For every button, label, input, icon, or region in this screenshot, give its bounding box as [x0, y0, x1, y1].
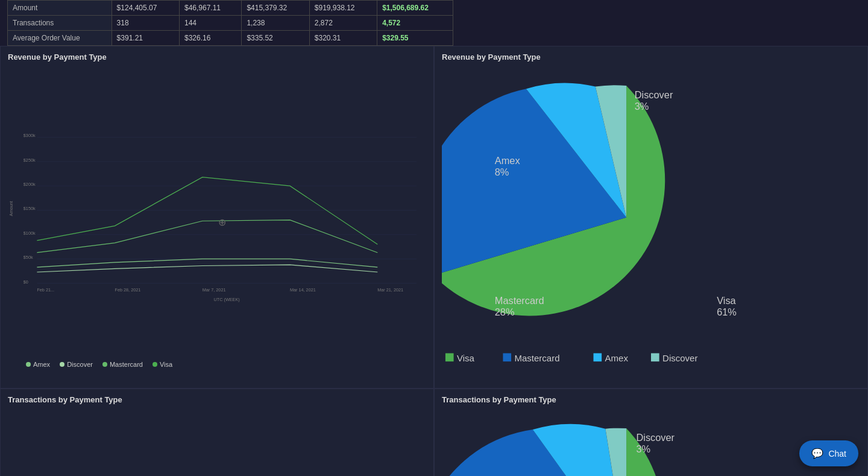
- legend-visa: Visa: [153, 361, 172, 368]
- visa-pct-label: Visa: [717, 295, 736, 306]
- amex-aov: $391.21: [112, 31, 179, 46]
- visa-transactions: 2,872: [309, 16, 377, 31]
- revenue-line-chart-area: $300k $250k $200k $150k $100k $50k $0 Am…: [8, 65, 426, 372]
- visa-aov: $320.31: [309, 31, 377, 46]
- amex-amount: $124,405.07: [112, 1, 179, 16]
- amex-legend: Amex: [605, 353, 629, 363]
- discover-pct-label: Discover: [635, 89, 673, 100]
- mastercard-pct-value: 28%: [495, 306, 515, 317]
- visa-legend-label: Visa: [160, 361, 172, 368]
- amex-legend-dot: [593, 354, 602, 362]
- aov-label: Average Order Value: [8, 31, 112, 46]
- discover-dot: [60, 362, 64, 367]
- transactions-line-svg: 800 600 (Count): [8, 408, 426, 476]
- tx-discover-label: Discover: [636, 432, 675, 443]
- legend-amex: Amex: [26, 361, 50, 368]
- visa-pct-value: 61%: [717, 306, 737, 317]
- total-amount: $1,506,689.62: [377, 1, 453, 16]
- transactions-pie-chart-title: Transactions by Payment Type: [442, 395, 860, 404]
- mastercard-transactions: 1,238: [242, 16, 309, 31]
- y-label-300k: $300k: [24, 133, 36, 138]
- legend-discover: Discover: [60, 361, 93, 368]
- revenue-pie-chart-panel: Revenue by Payment Type: [434, 46, 868, 389]
- revenue-line-legend: Amex Discover Mastercard Visa: [26, 361, 172, 368]
- y-label-50k: $50k: [24, 255, 33, 260]
- transactions-line-chart-title: Transactions by Payment Type: [8, 395, 426, 404]
- legend-mastercard: Mastercard: [102, 361, 143, 368]
- mastercard-dot: [102, 362, 107, 367]
- x-label-feb21: Feb 21...: [37, 287, 54, 293]
- revenue-line-chart-panel: Revenue by Payment Type $300k $250k $200…: [0, 46, 434, 389]
- charts-grid: Revenue by Payment Type $300k $250k $200…: [0, 46, 868, 476]
- amex-pct-value: 8%: [495, 167, 509, 177]
- tx-discover-value: 3%: [636, 443, 650, 454]
- x-axis-label: UTC (WEEK): [214, 297, 240, 302]
- discover-pct-value: 3%: [635, 101, 649, 112]
- discover-legend-label: Discover: [67, 361, 93, 368]
- revenue-pie-chart-area: Visa 61% Mastercard 28% Amex 8% Discover…: [442, 65, 860, 378]
- mastercard-legend: Mastercard: [515, 353, 560, 363]
- x-label-mar7: Mar 7, 2021: [203, 287, 226, 293]
- visa-legend-dot: [445, 354, 454, 362]
- table-row: Average Order Value $391.21 $326.16 $335…: [8, 31, 453, 46]
- y-label-200k: $200k: [24, 182, 36, 187]
- discover-transactions: 144: [179, 16, 241, 31]
- x-label-mar21: Mar 21, 2021: [377, 287, 403, 293]
- y-axis-title: Amount: [8, 201, 14, 216]
- revenue-line-svg: $300k $250k $200k $150k $100k $50k $0 Am…: [8, 65, 426, 372]
- move-icon: ⊕: [218, 217, 226, 227]
- transactions-line-chart-area: 800 600 (Count): [8, 408, 426, 476]
- amex-transactions: 318: [112, 16, 179, 31]
- visa-dot: [153, 362, 157, 367]
- visa-amount: $919,938.12: [309, 1, 377, 16]
- summary-table: Amount $124,405.07 $46,967.11 $415,379.3…: [7, 0, 453, 46]
- total-transactions: 4,572: [377, 16, 453, 31]
- chat-label: Chat: [828, 449, 846, 459]
- table-row: Amount $124,405.07 $46,967.11 $415,379.3…: [8, 1, 453, 16]
- x-label-feb28: Feb 28, 2021: [115, 287, 141, 293]
- transactions-pie-chart-area: Mastercard 27% Amex 7% Discover 3% Visa …: [442, 408, 860, 476]
- discover-amount: $46,967.11: [179, 1, 241, 16]
- mastercard-amount: $415,379.32: [242, 1, 309, 16]
- chat-button[interactable]: 💬 Chat: [799, 440, 858, 466]
- mastercard-aov: $335.52: [242, 31, 309, 46]
- table-row: Transactions 318 144 1,238 2,872 4,572: [8, 16, 453, 31]
- y-label-0: $0: [24, 279, 28, 285]
- total-aov: $329.55: [377, 31, 453, 46]
- visa-line: [37, 177, 377, 244]
- transactions-label: Transactions: [8, 16, 112, 31]
- amex-pct-label: Amex: [495, 155, 520, 166]
- discover-line: [37, 265, 377, 272]
- mastercard-legend-dot: [503, 354, 511, 362]
- discover-aov: $326.16: [179, 31, 241, 46]
- amex-dot: [26, 362, 31, 367]
- y-label-250k: $250k: [24, 157, 36, 163]
- transactions-line-chart-panel: Transactions by Payment Type 800 600 (Co…: [0, 389, 434, 476]
- discover-legend-dot: [651, 354, 659, 362]
- transactions-pie-svg: Mastercard 27% Amex 7% Discover 3% Visa …: [442, 408, 860, 476]
- revenue-line-chart-title: Revenue by Payment Type: [8, 52, 426, 62]
- chat-icon: 💬: [811, 448, 823, 459]
- mastercard-line: [37, 220, 377, 253]
- mastercard-legend-label: Mastercard: [110, 361, 143, 368]
- y-label-150k: $150k: [24, 206, 36, 212]
- x-label-mar14: Mar 14, 2021: [290, 287, 316, 293]
- amex-legend-label: Amex: [33, 361, 50, 368]
- mastercard-pct-label: Mastercard: [495, 295, 544, 306]
- revenue-pie-chart-title: Revenue by Payment Type: [442, 52, 860, 62]
- amount-label: Amount: [8, 1, 112, 16]
- y-label-100k: $100k: [24, 230, 36, 236]
- visa-legend: Visa: [457, 353, 475, 363]
- discover-legend: Discover: [662, 353, 697, 363]
- page: Amount $124,405.07 $46,967.11 $415,379.3…: [0, 0, 868, 476]
- revenue-pie-svg: Visa 61% Mastercard 28% Amex 8% Discover…: [442, 65, 860, 378]
- data-table-section: Amount $124,405.07 $46,967.11 $415,379.3…: [0, 0, 868, 46]
